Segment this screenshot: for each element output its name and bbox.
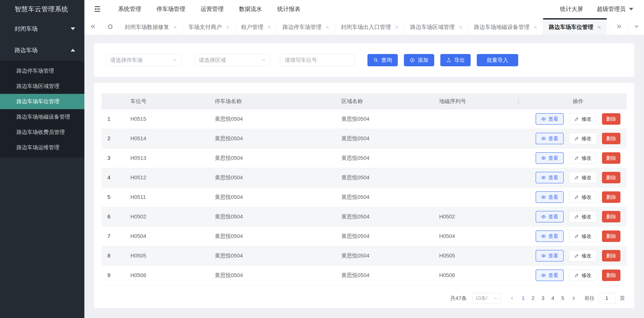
close-icon[interactable]: × [226,24,230,30]
view-button[interactable]: 查看 [536,113,564,125]
edit-button[interactable]: 修改 [569,152,597,164]
topnav-item-operations[interactable]: 运营管理 [200,5,224,13]
edit-button[interactable]: 修改 [569,270,597,281]
tab-closed-lot-data-repair[interactable]: 封闭车场数据修复 × [119,18,183,35]
tab-lot-payment-merchant[interactable]: 车场支付商户 × [183,18,236,35]
delete-button[interactable]: 删除 [602,250,620,262]
cell-colon [512,246,529,266]
col-magnetic-serial: 地磁序列号 [434,93,512,109]
spot-number-input[interactable] [280,54,355,66]
page-number-4[interactable]: 4 [551,295,554,301]
tab-roadside-magnetic-device-management[interactable]: 路边车场地磁设备管理 × [468,18,543,35]
close-icon[interactable]: × [395,24,398,30]
user-menu[interactable]: 超级管理员 [597,5,633,13]
page-number-3[interactable]: 3 [542,295,544,301]
stats-screen-link[interactable]: 统计大屏 [560,5,583,13]
sidebar-item-roadside-maintenance-management[interactable]: 路边车场运维管理 [0,140,84,155]
cell-colon [512,266,529,285]
page-number-2[interactable]: 2 [532,295,535,301]
park-select[interactable]: 请选择停车场 [106,54,182,66]
view-button[interactable]: 查看 [536,231,564,242]
view-button-label: 查看 [548,272,558,279]
topbar-right: 统计大屏 超级管理员 [560,5,633,13]
sidebar-item-roadside-toll-collector-management[interactable]: 路边车场收费员管理 [0,124,84,140]
close-icon[interactable]: × [326,24,329,30]
delete-button-label: 删除 [606,233,616,240]
view-button[interactable]: 查看 [536,133,564,144]
row-index: 9 [102,266,125,285]
topnav-item-data-flow[interactable]: 数据流水 [239,5,262,13]
sidebar-group-label: 封闭车场 [14,25,38,33]
tabs-scroll-left-button[interactable] [84,18,102,35]
tab-roadside-lot-management[interactable]: 路边停车场管理 × [277,18,335,35]
delete-button[interactable]: 删除 [602,191,620,203]
next-page-button[interactable] [571,296,576,301]
view-button[interactable]: 查看 [536,250,564,262]
menu-fold-icon[interactable] [92,4,103,14]
export-button[interactable]: 导出 [440,54,471,66]
edit-button[interactable]: 修改 [569,172,597,183]
view-button-label: 查看 [548,135,558,142]
prev-page-button[interactable] [509,296,515,301]
delete-button[interactable]: 删除 [602,231,620,242]
tab-label: 车场支付商户 [188,23,222,31]
tab-closed-lot-gate-management[interactable]: 封闭车场出入口管理 × [335,18,404,35]
close-icon[interactable]: × [268,24,271,30]
delete-button[interactable]: 删除 [602,270,620,281]
tabs-scroll-right-button[interactable] [609,18,629,35]
table-row: 1 H0515 黄思悦0504 黄思悦0504 查看 修改 删除 [102,109,627,129]
topnav-item-system[interactable]: 系统管理 [118,5,141,13]
page-number-1[interactable]: 1 [522,295,525,301]
cell-magnetic [434,168,512,187]
home-tab-button[interactable] [102,18,119,35]
edit-button[interactable]: 修改 [569,191,597,203]
view-button[interactable]: 查看 [536,211,564,222]
delete-button-label: 删除 [606,116,616,122]
tab-roadside-area-management[interactable]: 路边车场区域管理 × [404,18,468,35]
close-icon[interactable]: × [173,24,177,30]
page-number-5[interactable]: 5 [561,295,564,301]
tab-tenant-management[interactable]: 租户管理 × [235,18,277,35]
goto-page-input[interactable] [598,293,616,304]
edit-button-label: 修改 [582,174,592,181]
close-icon[interactable]: × [598,24,601,30]
view-button[interactable]: 查看 [536,152,564,164]
cell-park: 黄思悦0504 [209,226,336,246]
close-icon[interactable]: × [459,24,462,30]
sidebar-group-closed-park[interactable]: 封闭车场 [0,18,84,39]
edit-button[interactable]: 修改 [569,250,597,262]
view-button-label: 查看 [548,174,558,181]
view-button[interactable]: 查看 [536,270,564,281]
view-button[interactable]: 查看 [536,191,564,203]
cell-spot: H0506 [125,266,209,285]
close-icon[interactable]: × [534,24,537,30]
search-button[interactable]: 查询 [368,54,398,66]
delete-button[interactable]: 删除 [602,211,620,222]
sidebar-group-roadside-park[interactable]: 路边车场 [0,39,84,61]
topnav-item-statistics-report[interactable]: 统计报表 [277,5,300,13]
delete-button[interactable]: 删除 [602,172,620,183]
area-select[interactable]: 请选择区域 [194,54,270,66]
batch-import-button[interactable]: 批量导入 [477,54,518,66]
edit-button[interactable]: 修改 [569,231,597,242]
page-size-select[interactable]: 10条/ [472,293,501,304]
edit-button[interactable]: 修改 [569,133,597,144]
edit-button[interactable]: 修改 [569,113,597,125]
topnav-item-parking-lot[interactable]: 停车场管理 [156,5,185,13]
table-row: 9 H0506 黄思悦0504 黄思悦0504 H0506 查看 修改 删除 [102,266,627,285]
delete-button[interactable]: 删除 [602,113,620,125]
sidebar-item-roadside-spot-management[interactable]: 路边车场车位管理 [0,94,84,109]
table-panel: 车位号 停车场名称 区域名称 地磁序列号 : 操作 1 H0515 黄思悦050 [94,83,634,308]
sidebar-item-roadside-lot-management[interactable]: 路边停车场管理 [0,63,84,78]
edit-button[interactable]: 修改 [569,211,597,222]
sidebar-item-roadside-area-management[interactable]: 路边车场区域管理 [0,78,84,94]
delete-button[interactable]: 删除 [602,152,620,164]
tab-roadside-spot-management[interactable]: 路边车场车位管理 × [543,18,607,35]
delete-button[interactable]: 删除 [602,133,620,144]
view-button[interactable]: 查看 [536,172,564,183]
tabs-menu-button[interactable] [629,18,644,35]
sidebar-item-roadside-magnetic-device-management[interactable]: 路边车场地磁设备管理 [0,109,84,124]
edit-button-label: 修改 [582,135,592,142]
add-button[interactable]: 添加 [404,54,434,66]
cell-park: 黄思悦0504 [209,246,336,266]
